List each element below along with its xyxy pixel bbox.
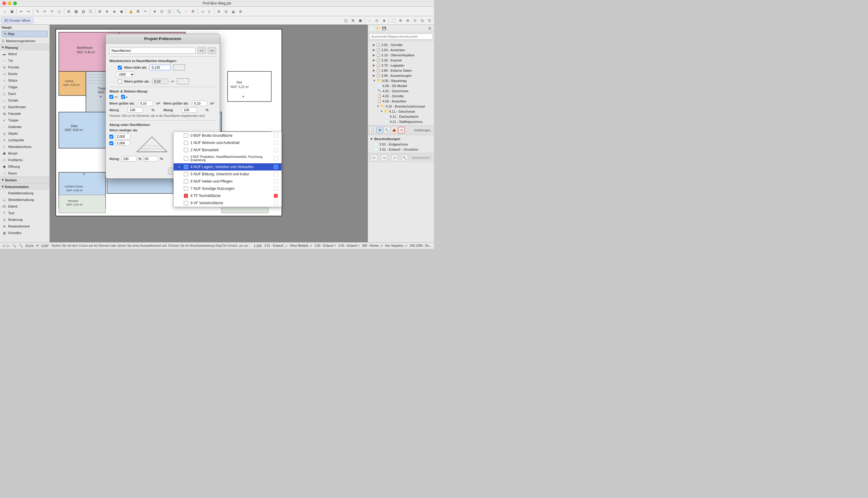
rpanel-folder-btn[interactable]: 📁 bbox=[375, 25, 381, 31]
rpanel-bottom2[interactable]: ↪ bbox=[381, 155, 388, 161]
tb2-btn4[interactable]: ⬦ bbox=[366, 17, 373, 24]
view7-btn[interactable]: DIN 1356 - Ru... bbox=[410, 244, 431, 247]
tool2[interactable]: ▦ bbox=[73, 8, 79, 15]
tree-bauantrag400[interactable]: ▼ 📁 4.00 - Bauantrag bbox=[368, 78, 434, 83]
pfeil-tool[interactable]: ↖ Pfeil bbox=[2, 31, 48, 37]
sidebar-item-objekt[interactable]: ◎ Objekt bbox=[0, 130, 49, 137]
tree-lageplan370[interactable]: ▶ 📋 3.70 - Lageplan bbox=[368, 63, 434, 68]
nav-next-btn[interactable]: >> bbox=[208, 47, 216, 54]
rpanel-tb3[interactable]: 🔧 bbox=[384, 127, 390, 133]
tb2-btn3[interactable]: ▣ bbox=[357, 17, 363, 24]
tree-schnitte302[interactable]: ▶ 📋 3.02 - Schnitte bbox=[368, 42, 434, 47]
dropdown-item-6[interactable]: 6 NUF Heilen und Pflegen bbox=[173, 178, 282, 185]
sidebar-item-etikett[interactable]: A1 Etikett bbox=[0, 203, 49, 210]
tree-ansichten303[interactable]: ▶ 📋 3.03 - Ansichten bbox=[368, 47, 434, 52]
dropdown-item-1[interactable]: 1 NUF Wohnen und Aufenthalt bbox=[173, 139, 282, 146]
sidebar-item-dach[interactable]: △ Dach bbox=[0, 90, 49, 97]
dach-check1[interactable] bbox=[109, 135, 113, 139]
und-select[interactable]: UND ODER bbox=[116, 72, 135, 77]
zoom-btn[interactable]: 🔍 bbox=[12, 244, 16, 248]
dokumentation-toggle[interactable]: ▾ bbox=[2, 185, 4, 188]
raumflaechen-select[interactable]: Raumflächen Wandflächen Deckenflächen bbox=[109, 48, 196, 54]
sidebar-item-rasterelement[interactable]: ⊞ Rasterelement bbox=[0, 223, 49, 230]
tool1[interactable]: ⊞ bbox=[65, 8, 72, 15]
link-btn[interactable]: ⌘ bbox=[135, 8, 141, 15]
groesser-value-input[interactable] bbox=[152, 79, 168, 84]
dach-val1-input[interactable] bbox=[115, 134, 130, 139]
sichten-toggle[interactable]: ▾ bbox=[2, 178, 4, 182]
rpanel-tb4[interactable]: 📤 bbox=[391, 127, 398, 133]
tb2-btn1[interactable]: ◫ bbox=[342, 17, 349, 24]
extra1[interactable]: ⊛ bbox=[216, 8, 222, 15]
home-btn[interactable]: ⌂ bbox=[1, 8, 8, 15]
view4-btn[interactable]: 3.00 - Entwurf > bbox=[338, 244, 360, 247]
lock-btn[interactable]: 🔒 bbox=[128, 8, 134, 15]
checkbox-abzug1[interactable] bbox=[109, 95, 113, 99]
pencil-btn[interactable]: ✎ bbox=[34, 8, 41, 15]
sidebar-item-text[interactable]: T Text bbox=[0, 210, 49, 216]
status-nav-btn2[interactable]: ▷ bbox=[7, 244, 10, 248]
view5-btn[interactable]: 000 - Reiner...> bbox=[362, 244, 383, 247]
beschr-entwurf[interactable]: 📄 3.01 - Entwurf – Grundriss bbox=[368, 147, 434, 152]
tb2-btn8[interactable]: ⊕ bbox=[397, 17, 404, 24]
view-btn[interactable]: ◫ bbox=[166, 8, 172, 15]
tiefer-value-input[interactable] bbox=[150, 65, 171, 70]
rpanel-tb1[interactable]: 📋 bbox=[369, 127, 376, 133]
sidebar-item-winkelbemessung[interactable]: ∠ Winkelbemaßung bbox=[0, 196, 49, 203]
sidebar-item-dachfenster[interactable]: ⊡ Dachfenster bbox=[0, 104, 49, 110]
sidebar-item-oeffnung[interactable]: ⬢ Öffnung bbox=[0, 163, 49, 170]
rpanel-tb2[interactable]: 👁 bbox=[376, 127, 383, 133]
sidebar-item-schale[interactable]: ◡ Schale bbox=[0, 97, 49, 104]
sidebar-item-tuer[interactable]: ⌐ Tür bbox=[0, 57, 49, 64]
tree-externe380[interactable]: ▶ 📋 3.80 - Externe Daten bbox=[368, 68, 434, 73]
tree-brandschutz410[interactable]: ▼ 📁 4.10 - Brandschutzkonzept bbox=[368, 104, 434, 109]
tree-ansichten403[interactable]: 📋 4.03 - Ansichten bbox=[368, 99, 434, 104]
draw-btn[interactable]: ✐ bbox=[49, 8, 55, 15]
tool4[interactable]: ☷ bbox=[87, 8, 94, 15]
tb2-btn9[interactable]: ⊕ bbox=[404, 17, 411, 24]
tool7[interactable]: ◈ bbox=[111, 8, 118, 15]
tree-geschosse401[interactable]: 🔧 4.01 - Geschosse bbox=[368, 88, 434, 93]
planung-toggle[interactable]: ▾ bbox=[2, 45, 4, 49]
markierungsrahmen-item[interactable]: ◻ Markierungsrahmen bbox=[0, 38, 49, 44]
tb2-btn12[interactable]: ⊡ bbox=[426, 17, 433, 24]
beschr-erdgeschoss[interactable]: 📄 3.01 - Erdgeschoss bbox=[368, 142, 434, 147]
beschreibungen-toggle[interactable]: ▼ bbox=[370, 137, 373, 141]
scissors-btn[interactable]: ✂ bbox=[142, 8, 148, 15]
rpanel-save-btn[interactable]: 💾 bbox=[381, 25, 387, 31]
tb2-btn2[interactable]: ⊞ bbox=[350, 17, 356, 24]
tool5[interactable]: ⊞ bbox=[96, 8, 103, 15]
copy-btn[interactable]: ⊡ bbox=[158, 8, 165, 15]
open-3d-btn[interactable]: 3D-Fenster öffnen bbox=[1, 18, 33, 23]
arrow-btn[interactable]: → bbox=[182, 8, 189, 15]
sidebar-item-fenster[interactable]: ⊟ Fenster bbox=[0, 64, 49, 70]
checkbox-groesser[interactable] bbox=[118, 80, 122, 83]
sidebar-item-treppe[interactable]: ≡ Treppe bbox=[0, 117, 49, 123]
settings-btn[interactable]: ⚙ bbox=[190, 8, 196, 15]
tree-dachufsicht[interactable]: 📄 4.11 - Dachaufsicht bbox=[368, 114, 434, 119]
room-type-dropdown[interactable]: 0 BGF Brutto-Grundfläche 1 NUF Wohnen un… bbox=[173, 132, 282, 207]
dach-abzug2-input[interactable] bbox=[143, 156, 158, 161]
dropdown-item-0[interactable]: 0 BGF Brutto-Grundfläche bbox=[173, 132, 282, 139]
rpanel-bottom1[interactable]: ↩ bbox=[371, 155, 378, 161]
abzug-wgr1-input[interactable] bbox=[138, 101, 153, 106]
edit-btn[interactable]: ✏ bbox=[42, 8, 48, 15]
view3-btn[interactable]: 3.00 - Entwurf > bbox=[315, 244, 336, 247]
star-btn[interactable]: ★ bbox=[151, 8, 158, 15]
tree-expose320[interactable]: ▶ 📋 3.20 - Exposé bbox=[368, 57, 434, 63]
dropdown-item-8[interactable]: 8 TF Technikfläche bbox=[173, 192, 282, 199]
sidebar-item-lichtquelle[interactable]: ✦ Lichtquelle bbox=[0, 137, 49, 143]
dropdown-item-2[interactable]: 2 NUF Büroarbeit bbox=[173, 146, 282, 154]
minimize-button[interactable] bbox=[8, 1, 11, 5]
sidebar-item-schraffur[interactable]: ▦ Schraffur bbox=[0, 230, 49, 236]
tool3[interactable]: ▤ bbox=[80, 8, 87, 15]
tool8[interactable]: ◉ bbox=[118, 8, 125, 15]
extra2[interactable]: ◎ bbox=[223, 8, 229, 15]
sidebar-item-decke[interactable]: ▭ Decke bbox=[0, 70, 49, 77]
nav-prev-btn[interactable]: << bbox=[197, 47, 206, 54]
extra4[interactable]: ⊗ bbox=[237, 8, 244, 15]
sidebar-item-freiflaeche[interactable]: ⬡ Freifläche bbox=[0, 157, 49, 163]
zoom-out-btn[interactable]: 🔍 bbox=[19, 244, 23, 248]
tb2-btn6[interactable]: ◈ bbox=[381, 17, 387, 24]
tb2-btn7[interactable]: ⛶ bbox=[390, 17, 397, 24]
